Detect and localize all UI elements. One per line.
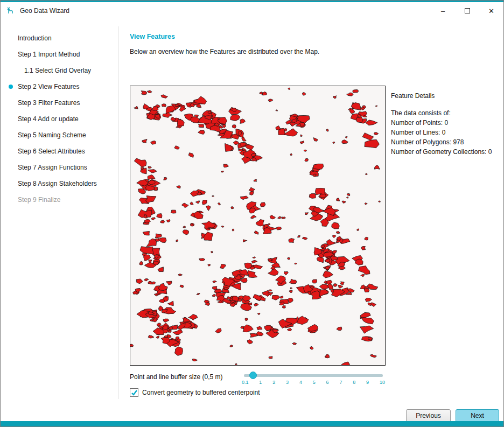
- sidebar-item-step1-1[interactable]: 1.1 Select Grid Overlay: [1, 62, 118, 79]
- checkbox-label: Convert geometry to buffered centerpoint: [142, 389, 260, 396]
- tick-label: 3: [286, 380, 289, 385]
- tick-label: 6: [326, 380, 329, 385]
- sidebar-item-label: Step 4 Add or update: [18, 115, 79, 123]
- sidebar-item-label: Step 3 Filter Features: [18, 99, 80, 107]
- slider-handle[interactable]: [249, 372, 257, 379]
- tick-label: 2: [272, 380, 275, 385]
- sidebar-item-label: Step 1 Import Method: [18, 51, 80, 58]
- tick-label: 1: [259, 380, 262, 385]
- tick-label: 8: [353, 380, 355, 385]
- sidebar-item-step4[interactable]: Step 4 Add or update: [1, 111, 118, 127]
- app-icon: [6, 6, 16, 16]
- sidebar-item-step8[interactable]: Step 8 Assign Stakeholders: [1, 176, 118, 192]
- titlebar: Geo Data Wizard – ✕: [1, 2, 503, 19]
- feature-details-polygons: Number of Polygons: 978: [391, 138, 501, 146]
- window-title: Geo Data Wizard: [20, 7, 69, 15]
- feature-details-points: Number of Points: 0: [391, 119, 501, 127]
- sidebar-item-label: 1.1 Select Grid Overlay: [24, 67, 91, 74]
- tick-label: 10: [380, 380, 385, 385]
- feature-details-collections: Number of Geometry Collections: 0: [391, 148, 501, 156]
- sidebar-item-step3[interactable]: Step 3 Filter Features: [1, 95, 118, 111]
- bottom-accent-bar: [1, 421, 503, 426]
- tick-label: 9: [366, 380, 369, 385]
- window-controls: – ✕: [431, 2, 503, 19]
- sidebar-item-label: Step 6 Select Attributes: [18, 148, 85, 155]
- sidebar-item-step6[interactable]: Step 6 Select Attributes: [1, 143, 118, 159]
- wizard-steps-sidebar: Introduction Step 1 Import Method 1.1 Se…: [1, 30, 118, 208]
- sidebar-item-step5[interactable]: Step 5 Naming Scheme: [1, 127, 118, 143]
- sidebar-item-label: Step 2 View Features: [18, 83, 80, 90]
- sidebar-item-introduction[interactable]: Introduction: [1, 30, 118, 46]
- sidebar-item-step2-active[interactable]: Step 2 View Features: [1, 79, 118, 95]
- slider-tick-labels: 0.1 1 2 3 4 5 6 7 8 9 10: [242, 380, 385, 385]
- checkbox-box[interactable]: [130, 388, 138, 397]
- maximize-icon: [465, 8, 470, 13]
- active-step-dot-icon: [9, 85, 13, 89]
- sidebar-item-label: Step 7 Assign Functions: [18, 164, 87, 171]
- page-description: Below an overview how the Features are d…: [130, 48, 319, 55]
- feature-map-canvas: [130, 86, 385, 365]
- tick-label: 5: [313, 380, 316, 385]
- buffer-size-label: Point and line buffer size (0,5 m): [130, 373, 223, 381]
- next-button[interactable]: Next: [456, 409, 499, 422]
- feature-details-intro: The data consists of:: [391, 109, 501, 117]
- tick-label: 7: [339, 380, 342, 385]
- feature-details-title: Feature Details: [391, 92, 501, 100]
- buffer-size-slider[interactable]: [244, 371, 383, 380]
- sidebar-item-step7[interactable]: Step 7 Assign Functions: [1, 159, 118, 176]
- feature-details-lines: Number of Lines: 0: [391, 129, 501, 137]
- sidebar-item-step9-disabled: Step 9 Finalize: [1, 192, 118, 208]
- sidebar-item-label: Introduction: [18, 34, 52, 42]
- sidebar-item-label: Step 9 Finalize: [18, 196, 60, 204]
- page-title: View Features: [130, 33, 175, 40]
- feature-map-preview: [130, 86, 386, 366]
- sidebar-item-label: Step 8 Assign Stakeholders: [18, 180, 97, 187]
- sidebar-item-label: Step 5 Naming Scheme: [18, 131, 86, 139]
- previous-button[interactable]: Previous: [406, 409, 451, 422]
- feature-details-panel: Feature Details The data consists of: Nu…: [391, 92, 501, 156]
- minimize-button[interactable]: –: [431, 2, 455, 19]
- maximize-button[interactable]: [455, 2, 479, 19]
- sidebar-separator: [118, 26, 118, 399]
- sidebar-item-step1[interactable]: Step 1 Import Method: [1, 46, 118, 62]
- tick-label: 0.1: [242, 380, 249, 385]
- geo-data-wizard-window: Geo Data Wizard – ✕ Introduction Step 1 …: [0, 0, 504, 427]
- convert-geometry-checkbox[interactable]: Convert geometry to buffered centerpoint: [130, 388, 260, 397]
- close-button[interactable]: ✕: [479, 2, 503, 19]
- slider-track[interactable]: [244, 374, 383, 377]
- checkmark-icon: [131, 389, 138, 396]
- tick-label: 4: [299, 380, 302, 385]
